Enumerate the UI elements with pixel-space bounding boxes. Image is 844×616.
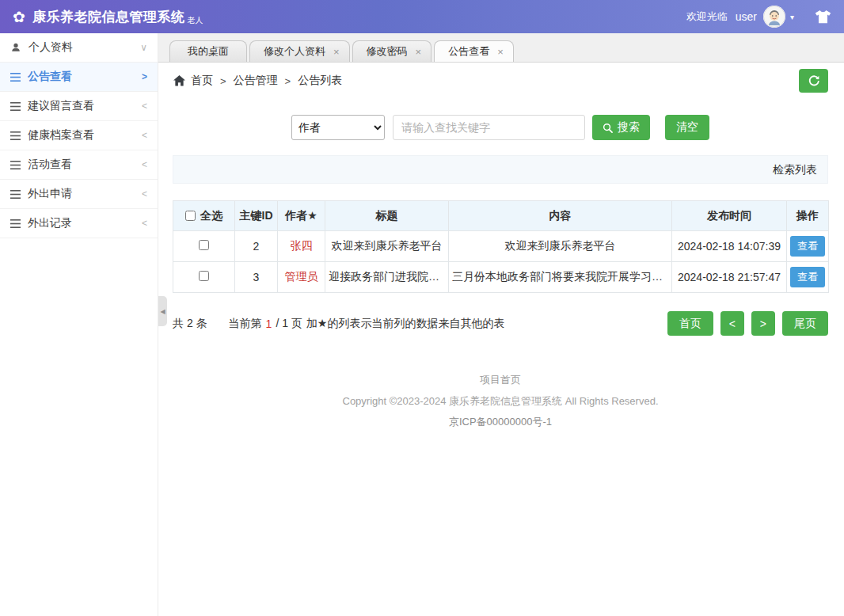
list-icon bbox=[10, 73, 21, 82]
list-icon bbox=[10, 190, 21, 199]
user-avatar[interactable] bbox=[763, 6, 785, 28]
close-icon[interactable]: × bbox=[497, 47, 504, 57]
page-footer: 项目首页 Copyright ©2023-2024 康乐养老院信息管理系统 Al… bbox=[173, 372, 828, 429]
table-row: 3 管理员 迎接政务部门进我院学习 三月份本地政务部门将要来我院开展学习活动..… bbox=[173, 262, 829, 293]
cell-content: 三月份本地政务部门将要来我院开展学习活动... bbox=[449, 262, 672, 293]
table-row: 2 张四 欢迎来到康乐养老平台 欢迎来到康乐养老平台 2024-02-18 14… bbox=[173, 231, 829, 262]
collapse-arrow-icon: ◀ bbox=[160, 308, 165, 315]
user-icon bbox=[10, 42, 21, 53]
cell-publish-time: 2024-02-18 14:07:39 bbox=[672, 231, 787, 262]
cell-title: 迎接政务部门进我院学习 bbox=[325, 262, 449, 293]
header-select-all: 全选 bbox=[173, 201, 235, 231]
home-icon bbox=[173, 75, 185, 86]
sidebar-item-outing-application[interactable]: 外出申请 < bbox=[0, 180, 158, 209]
main-area: 我的桌面 修改个人资料 × 修改密码 × 公告查看 × bbox=[158, 33, 844, 616]
sidebar-item-label: 公告查看 bbox=[28, 70, 142, 84]
tab-bar: 我的桌面 修改个人资料 × 修改密码 × 公告查看 × bbox=[158, 33, 844, 63]
chevron-left-icon: < bbox=[142, 188, 147, 200]
search-input[interactable] bbox=[393, 115, 585, 140]
row-checkbox[interactable] bbox=[199, 271, 209, 281]
pagination: 共 2 条 当前第 1 / 1 页 加★的列表示当前列的数据来自其他的表 首页 … bbox=[173, 311, 828, 336]
tab-label: 修改密码 bbox=[367, 44, 408, 59]
sidebar-item-label: 外出申请 bbox=[28, 187, 142, 201]
list-icon bbox=[10, 161, 21, 169]
icp-record-text: 京ICP备00000000号-1 bbox=[173, 415, 828, 429]
announcements-table: 全选 主键ID 作者★ 标题 内容 发布时间 操作 2 bbox=[173, 200, 829, 293]
clear-button-label: 清空 bbox=[676, 120, 698, 135]
cell-publish-time: 2024-02-18 21:57:47 bbox=[672, 262, 787, 293]
refresh-icon bbox=[808, 74, 820, 87]
search-toolbar: 作者 搜索 清空 bbox=[291, 115, 828, 140]
cell-select bbox=[173, 262, 235, 293]
search-field-select[interactable]: 作者 bbox=[291, 115, 385, 140]
cell-select bbox=[173, 231, 235, 262]
cell-actions: 查看 bbox=[787, 262, 829, 293]
sidebar-item-label: 建议留言查看 bbox=[28, 99, 142, 113]
app-header: ✿ 康乐养老院信息管理系统 老人 欢迎光临 user ▾ bbox=[0, 0, 844, 33]
tab-announcements[interactable]: 公告查看 × bbox=[434, 40, 514, 62]
row-checkbox[interactable] bbox=[199, 240, 209, 250]
sidebar-item-announcements[interactable]: 公告查看 > bbox=[0, 63, 158, 92]
footer-home-link[interactable]: 项目首页 bbox=[480, 374, 521, 386]
list-bar-label: 检索列表 bbox=[773, 163, 817, 176]
header-author: 作者★ bbox=[278, 201, 325, 231]
breadcrumb-announcement-management[interactable]: 公告管理 bbox=[234, 74, 278, 88]
clear-button[interactable]: 清空 bbox=[665, 115, 709, 140]
cell-actions: 查看 bbox=[787, 231, 829, 262]
breadcrumb-separator: > bbox=[285, 75, 291, 87]
tab-my-desktop[interactable]: 我的桌面 bbox=[169, 40, 247, 62]
prev-page-button[interactable]: < bbox=[720, 311, 744, 336]
view-button[interactable]: 查看 bbox=[790, 267, 825, 287]
theme-shirt-icon[interactable] bbox=[815, 10, 831, 24]
select-all-checkbox[interactable] bbox=[185, 211, 196, 221]
header-actions: 操作 bbox=[787, 201, 829, 231]
breadcrumb-home[interactable]: 首页 bbox=[191, 74, 213, 88]
sidebar-item-suggestions[interactable]: 建议留言查看 < bbox=[0, 92, 158, 121]
table-header-row: 全选 主键ID 作者★ 标题 内容 发布时间 操作 bbox=[173, 201, 829, 231]
list-icon bbox=[10, 219, 21, 228]
content-panel: 作者 搜索 清空 检索列表 bbox=[158, 99, 844, 616]
user-menu-caret-icon[interactable]: ▾ bbox=[790, 13, 794, 21]
chevron-right-icon: > bbox=[142, 71, 147, 82]
sidebar-item-label: 活动查看 bbox=[28, 158, 142, 172]
chevron-left-icon: < bbox=[142, 101, 147, 112]
last-page-button[interactable]: 尾页 bbox=[782, 311, 828, 336]
next-page-button[interactable]: > bbox=[751, 311, 775, 336]
sidebar-item-personal-info[interactable]: 个人资料 ∨ bbox=[0, 33, 158, 63]
search-button[interactable]: 搜索 bbox=[592, 115, 650, 140]
sidebar: 个人资料 ∨ 公告查看 > 建议留言查看 < bbox=[0, 33, 158, 616]
breadcrumb-separator: > bbox=[220, 75, 226, 87]
tab-change-password[interactable]: 修改密码 × bbox=[352, 40, 432, 62]
current-page-prefix: 当前第 bbox=[229, 317, 262, 331]
header-id: 主键ID bbox=[235, 201, 278, 231]
cell-id: 2 bbox=[235, 231, 278, 262]
view-button[interactable]: 查看 bbox=[790, 236, 825, 257]
refresh-button[interactable] bbox=[799, 69, 828, 93]
header-publish-time: 发布时间 bbox=[672, 201, 787, 231]
sidebar-item-label: 个人资料 bbox=[29, 40, 140, 55]
search-icon bbox=[603, 123, 613, 133]
header-label: 全选 bbox=[200, 209, 222, 222]
header-content: 内容 bbox=[449, 201, 672, 231]
close-icon[interactable]: × bbox=[333, 47, 340, 57]
sidebar-item-activities[interactable]: 活动查看 < bbox=[0, 150, 158, 180]
app-logo-icon: ✿ bbox=[13, 10, 25, 25]
chevron-down-icon: ∨ bbox=[140, 42, 147, 53]
total-pages-suffix: / 1 页 bbox=[276, 317, 302, 331]
close-icon[interactable]: × bbox=[416, 47, 422, 57]
chevron-left-icon: < bbox=[142, 218, 147, 229]
sidebar-item-label: 外出记录 bbox=[28, 216, 142, 230]
current-page-number: 1 bbox=[266, 318, 272, 330]
collapse-sidebar-handle[interactable]: ◀ bbox=[158, 296, 167, 326]
cell-author: 张四 bbox=[278, 231, 325, 262]
tab-edit-profile[interactable]: 修改个人资料 × bbox=[249, 40, 350, 62]
total-count-text: 共 2 条 bbox=[173, 317, 207, 331]
header-user-area: 欢迎光临 user ▾ bbox=[686, 6, 831, 28]
sidebar-item-health-records[interactable]: 健康档案查看 < bbox=[0, 121, 158, 150]
sidebar-item-label: 健康档案查看 bbox=[28, 128, 142, 143]
body-row: 个人资料 ∨ 公告查看 > 建议留言查看 < bbox=[0, 33, 844, 616]
sidebar-item-outing-records[interactable]: 外出记录 < bbox=[0, 209, 158, 238]
tab-label: 公告查看 bbox=[448, 44, 489, 59]
pagination-buttons: 首页 < > 尾页 bbox=[667, 311, 828, 336]
first-page-button[interactable]: 首页 bbox=[667, 311, 713, 336]
